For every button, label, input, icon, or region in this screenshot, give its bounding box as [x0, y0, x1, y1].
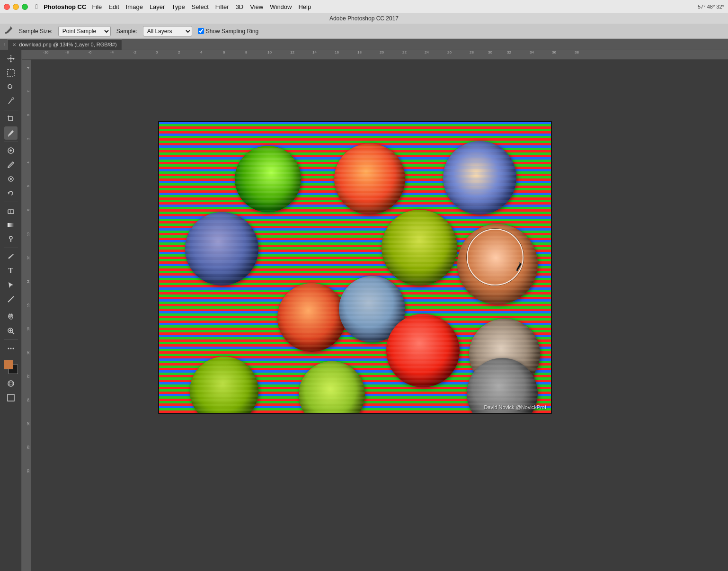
app-title: Adobe Photoshop CC 2017 — [329, 15, 399, 22]
quick-mask-button[interactable] — [4, 377, 18, 390]
sample-select[interactable]: All Layers Current Layer — [143, 26, 192, 36]
menu-file[interactable]: File — [92, 3, 102, 10]
menu-layer[interactable]: Layer — [150, 3, 165, 10]
circle-5 — [382, 210, 457, 286]
circle-12 — [299, 361, 365, 413]
sample-size-select[interactable]: Point Sample 3 by 3 Average 5 by 5 Avera… — [58, 26, 111, 36]
svg-point-18 — [8, 381, 14, 386]
tool-move[interactable] — [4, 52, 18, 65]
sample-label: Sample: — [116, 28, 137, 35]
tool-path-select[interactable] — [4, 278, 18, 292]
color-swatches[interactable] — [4, 360, 18, 374]
image-background: David Novick @NovickProf — [159, 122, 551, 413]
tool-lasso[interactable] — [4, 80, 18, 94]
tab-arrow-left[interactable]: › — [2, 41, 7, 48]
circle-7 — [277, 283, 346, 352]
circle-11 — [190, 357, 258, 413]
tool-history[interactable] — [4, 187, 18, 200]
tab-filename: download.png @ 134% (Layer 0, RGB/8#) — [19, 42, 116, 47]
svg-rect-7 — [8, 223, 14, 227]
svg-point-8 — [9, 236, 12, 239]
status-display: 57° 48° 32° — [698, 4, 724, 9]
vertical-ruler: 4 2 0 2 4 6 8 10 12 14 16 18 20 22 24 26… — [22, 60, 31, 571]
menu-bar:  Photoshop CC File Edit Image Layer Typ… — [0, 0, 728, 13]
tool-healing[interactable] — [4, 144, 18, 157]
svg-point-17 — [12, 348, 14, 349]
menu-select[interactable]: Select — [192, 3, 209, 10]
eyedropper-icon — [4, 26, 13, 37]
tool-eyedropper[interactable] — [4, 126, 18, 140]
svg-rect-20 — [8, 394, 14, 401]
tool-gradient[interactable] — [4, 218, 18, 232]
title-bar: Adobe Photoshop CC 2017 — [0, 13, 728, 24]
tool-separator-1 — [4, 110, 18, 110]
circle-9 — [386, 314, 460, 387]
tool-pen[interactable] — [4, 250, 18, 263]
circle-2 — [334, 143, 405, 214]
sampling-ring — [467, 229, 524, 286]
tool-text[interactable]: T — [4, 264, 18, 277]
tool-separator-2 — [4, 142, 18, 142]
apple-icon:  — [36, 3, 38, 10]
tool-dodge[interactable] — [4, 232, 18, 246]
menu-help[interactable]: Help — [298, 3, 311, 10]
menu-view[interactable]: View — [250, 3, 263, 10]
screen-mode-button[interactable] — [4, 391, 18, 404]
ruler-corner — [22, 50, 31, 60]
svg-rect-0 — [8, 70, 14, 76]
canvas-scroll-area: David Novick @NovickProf — [31, 60, 728, 571]
traffic-lights — [4, 4, 28, 10]
right-icons: 57° 48° 32° — [698, 4, 724, 9]
foreground-color-swatch[interactable] — [4, 360, 13, 369]
watermark: David Novick @NovickProf — [484, 404, 546, 410]
sample-size-label: Sample Size: — [19, 28, 53, 35]
tool-separator-4 — [4, 248, 18, 248]
tool-crop[interactable] — [4, 112, 18, 125]
document-canvas: David Novick @NovickProf — [158, 121, 552, 414]
menu-window[interactable]: Window — [270, 3, 292, 10]
minimize-button[interactable] — [13, 4, 19, 10]
svg-point-4 — [10, 178, 12, 180]
tool-clone[interactable] — [4, 172, 18, 186]
tool-brush[interactable] — [4, 158, 18, 171]
circle-1 — [235, 146, 301, 212]
circle-4 — [185, 212, 258, 286]
menu-edit[interactable]: Edit — [108, 3, 119, 10]
svg-point-16 — [10, 348, 11, 349]
close-button[interactable] — [4, 4, 10, 10]
tab-bar: › ✕ download.png @ 134% (Layer 0, RGB/8#… — [0, 39, 728, 50]
menu-type[interactable]: Type — [171, 3, 185, 10]
show-sampling-ring-label: Show Sampling Ring — [206, 28, 258, 35]
maximize-button[interactable] — [22, 4, 28, 10]
svg-rect-5 — [8, 210, 14, 214]
tool-more[interactable] — [4, 342, 18, 355]
menu-filter[interactable]: Filter — [215, 3, 229, 10]
options-bar: Sample Size: Point Sample 3 by 3 Average… — [0, 24, 728, 39]
tool-wand[interactable] — [4, 95, 18, 108]
svg-line-10 — [8, 296, 14, 302]
tool-line[interactable] — [4, 293, 18, 306]
tool-separator-3 — [4, 202, 18, 202]
tool-eraser[interactable] — [4, 204, 18, 217]
app-name: Photoshop CC — [44, 3, 86, 10]
document-tab[interactable]: ✕ download.png @ 134% (Layer 0, RGB/8#) — [7, 39, 122, 50]
show-sampling-ring-group: Show Sampling Ring — [198, 28, 258, 35]
tool-separator-6 — [4, 339, 18, 340]
canvas-area: -10 -8 -6 -4 -2 0 2 4 6 8 10 12 14 16 18… — [22, 50, 728, 571]
svg-point-1 — [12, 98, 14, 99]
svg-point-15 — [8, 348, 9, 349]
circle-3 — [443, 141, 516, 214]
left-toolbar: T — [0, 50, 22, 571]
menu-items: File Edit Image Layer Type Select Filter… — [92, 3, 311, 10]
menu-3d[interactable]: 3D — [236, 3, 244, 10]
show-sampling-ring-checkbox[interactable] — [198, 28, 204, 34]
menu-image[interactable]: Image — [126, 3, 143, 10]
tool-zoom[interactable] — [4, 324, 18, 338]
svg-rect-19 — [9, 382, 12, 385]
svg-line-12 — [12, 332, 14, 334]
tool-marquee[interactable] — [4, 66, 18, 80]
horizontal-ruler: -10 -8 -6 -4 -2 0 2 4 6 8 10 12 14 16 18… — [31, 50, 728, 60]
tool-hand[interactable] — [4, 310, 18, 323]
close-tab-icon[interactable]: ✕ — [12, 42, 16, 47]
tool-separator-5 — [4, 308, 18, 308]
